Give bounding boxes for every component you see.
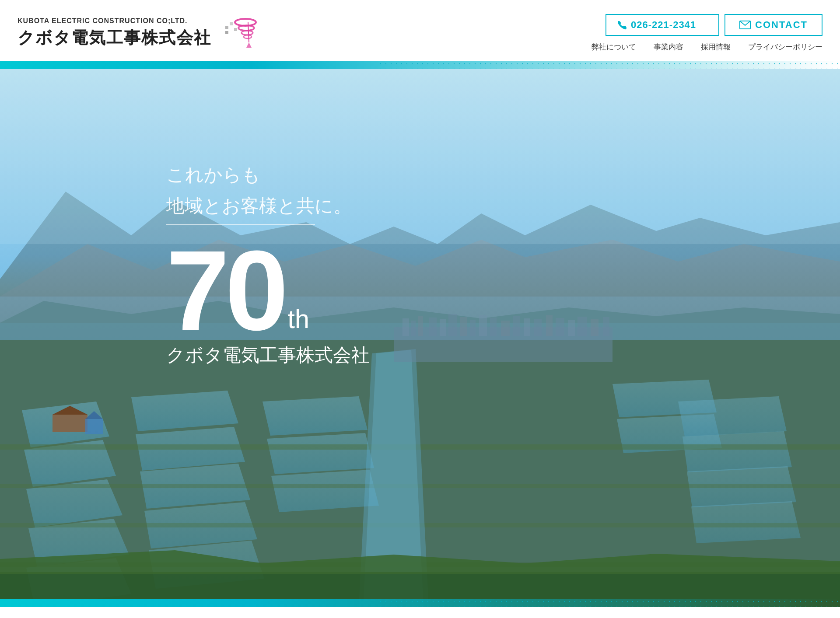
svg-rect-47 <box>440 319 446 336</box>
logo-japanese: クボタ電気工事株式会社 <box>18 27 211 49</box>
svg-rect-65 <box>85 419 103 434</box>
hero-anniversary-th: th <box>287 304 309 334</box>
logo-area: KUBOTA ELECTRIC CONSTRUCTION CO;LTD. クボタ… <box>18 17 211 49</box>
hero-tagline-line2: 地域とお客様と共に。 <box>166 192 370 220</box>
deco-strip-top <box>0 61 840 69</box>
svg-rect-54 <box>513 316 520 336</box>
mail-icon <box>739 21 751 29</box>
svg-rect-53 <box>501 321 510 336</box>
mascot-logo <box>224 13 259 54</box>
svg-rect-69 <box>0 69 840 244</box>
hero-divider <box>166 224 315 225</box>
svg-rect-1 <box>225 26 228 29</box>
hero-text-block: これからも 地域とお客様と共に。 70 th クボタ電気工事株式会社 <box>166 161 370 367</box>
svg-rect-59 <box>568 320 575 336</box>
svg-marker-27 <box>262 396 368 436</box>
svg-rect-57 <box>546 315 553 336</box>
nav-privacy[interactable]: プライバシーポリシー <box>748 42 822 52</box>
hero-anniversary-number: 70 <box>166 234 284 347</box>
svg-rect-4 <box>225 31 228 34</box>
nav-recruit[interactable]: 採用情報 <box>701 42 731 52</box>
svg-rect-2 <box>230 22 233 25</box>
svg-rect-51 <box>479 315 487 336</box>
site-header: KUBOTA ELECTRIC CONSTRUCTION CO;LTD. クボタ… <box>0 0 840 61</box>
mascot-icon <box>224 13 259 52</box>
hero-section: これからも 地域とお客様と共に。 70 th クボタ電気工事株式会社 <box>0 69 840 607</box>
svg-point-7 <box>242 31 253 35</box>
svg-rect-46 <box>429 318 437 336</box>
deco-strip-bottom <box>0 599 840 607</box>
contact-label: CONTACT <box>755 19 808 31</box>
contact-button[interactable]: CONTACT <box>724 14 822 36</box>
phone-icon <box>617 20 626 30</box>
svg-rect-55 <box>524 318 530 336</box>
hero-company-name: クボタ電気工事株式会社 <box>166 343 370 367</box>
header-buttons: 026-221-2341 CONTACT <box>606 14 822 36</box>
phone-number: 026-221-2341 <box>631 19 696 31</box>
svg-marker-28 <box>267 433 374 474</box>
svg-rect-61 <box>591 319 598 336</box>
svg-marker-32 <box>678 396 787 436</box>
svg-rect-43 <box>402 318 409 336</box>
svg-rect-58 <box>556 318 564 336</box>
svg-marker-35 <box>691 501 801 543</box>
svg-rect-56 <box>534 319 542 336</box>
svg-rect-45 <box>418 316 423 336</box>
svg-rect-3 <box>234 28 237 31</box>
svg-rect-60 <box>578 317 587 336</box>
nav-links: 弊社について 事業内容 採用情報 プライバシーポリシー <box>592 42 822 52</box>
svg-rect-52 <box>490 318 497 336</box>
svg-rect-62 <box>603 317 609 336</box>
phone-button[interactable]: 026-221-2341 <box>606 14 719 36</box>
nav-business[interactable]: 事業内容 <box>654 42 683 52</box>
svg-marker-10 <box>246 42 252 48</box>
nav-about[interactable]: 弊社について <box>592 42 636 52</box>
main-nav: 026-221-2341 CONTACT 弊社について 事業内容 採用情報 プラ… <box>592 14 822 52</box>
logo-english: KUBOTA ELECTRIC CONSTRUCTION CO;LTD. <box>18 17 211 25</box>
hero-number-area: 70 th <box>166 234 370 347</box>
svg-rect-50 <box>470 320 476 336</box>
svg-rect-49 <box>460 317 467 336</box>
hero-landscape <box>0 69 840 607</box>
hero-tagline-line1: これからも <box>166 161 370 189</box>
svg-marker-33 <box>682 431 792 472</box>
svg-rect-48 <box>448 314 457 336</box>
svg-rect-44 <box>411 321 416 336</box>
svg-marker-29 <box>271 470 379 512</box>
svg-point-8 <box>244 35 252 38</box>
